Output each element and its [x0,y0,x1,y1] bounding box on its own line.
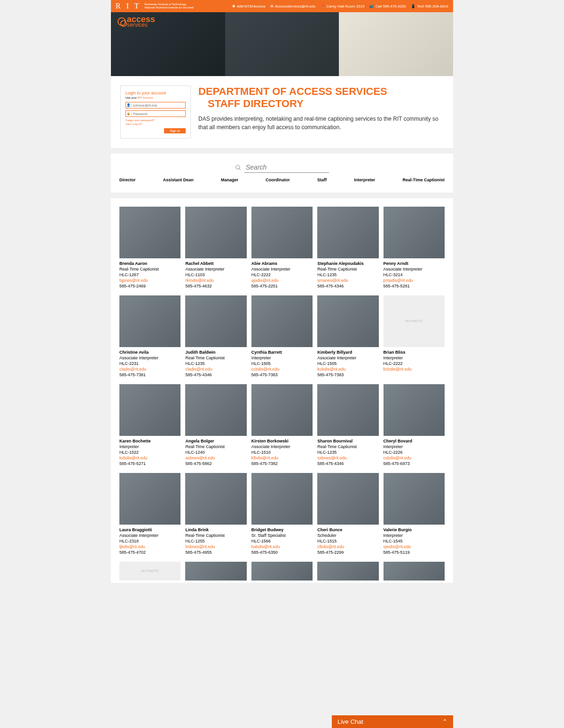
mail-icon: ✉ [270,4,274,8]
staff-photo [185,295,246,347]
staff-name: Brenda Aaron [119,261,180,266]
lock-icon: 🔒 [126,112,132,116]
staff-name: Laura Braggiotti [119,527,180,533]
staff-photo [384,562,445,581]
staff-role: Interpreter [119,444,180,449]
staff-email[interactable]: bjpnes@rit.edu [119,278,180,283]
staff-photo [251,473,313,525]
staff-room: HLC-1235 [317,449,378,455]
staff-card: Rachel AbbettAssociate InterpreterHLC-11… [185,207,246,289]
staff-room: HLC-1510 [251,449,313,455]
topbar-cam[interactable]: 📹Call 585-475-6281 [369,4,406,8]
filter-real-time-captionist[interactable]: Real-Time Captionist [403,178,445,182]
sign-in-button[interactable]: Sign In [164,128,186,133]
no-photo-placeholder: NO PHOTO [119,562,180,581]
staff-role: Interpreter [384,533,445,538]
staff-email[interactable]: klbdis@rit.edu [251,455,313,461]
staff-photo [317,384,378,436]
staff-email[interactable]: clbdis@rit.edu [317,544,378,550]
staff-card: Brenda AaronReal-Time CaptionistHLC-1267… [119,207,180,289]
staff-phone: 585-475-7383 [317,372,378,378]
staff-email[interactable]: smanes@rit.edu [317,278,378,283]
phone-icon: 📱 [411,4,415,8]
staff-phone: 585-475-2251 [251,283,313,289]
staff-role: Associate Interpreter [119,355,180,361]
topbar-pin[interactable]: 📍Carey Hall Room 1515 [321,4,365,8]
filter-assistant-dean[interactable]: Assistant Dean [163,178,194,182]
staff-name: Angela Bolger [185,438,246,444]
staff-name: Sharon Bournival [317,438,378,444]
filter-staff[interactable]: Staff [317,178,327,182]
staff-role: Real-Time Captionist [185,444,246,449]
staff-email[interactable]: vjwdis@rit.edu [384,544,445,550]
staff-room: HLC-2222 [251,272,313,278]
staff-room: HLC-1255 [185,538,246,544]
topbar-phone[interactable]: 📱Text 585-204-6816 [411,4,448,8]
staff-name: Cheri Bunce [317,527,378,533]
staff-role: Real-Time Captionist [317,266,378,272]
staff-photo [185,384,246,436]
page-description: DAS provides interpreting, notetaking an… [198,115,444,132]
no-photo-placeholder: NO PHOTO [384,295,445,347]
staff-room: HLC-2318 [119,538,180,544]
staff-phone: 585-475-4346 [317,283,378,289]
search-icon [235,164,242,171]
staff-card: Laura BraggiottiAssociate InterpreterHLC… [119,473,180,555]
staff-room: HLC-1505 [251,361,313,366]
staff-email[interactable]: babdis@rit.edu [251,544,313,550]
rit-account-link[interactable]: RIT Account [138,96,153,99]
svg-point-0 [236,165,240,169]
staff-photo [384,473,445,525]
staff-photo [119,384,180,436]
staff-email[interactable]: lmbnes@rit.edu [185,544,246,550]
staff-email[interactable]: rkmdis@rit.edu [185,278,246,283]
staff-photo [251,562,313,581]
filter-manager[interactable]: Manager [221,178,238,182]
staff-name: Kirsten Borkowski [251,438,313,444]
staff-photo [119,207,180,258]
staff-phone: 585-475-2469 [119,283,180,289]
staff-name: Cheryl Bovard [384,438,445,444]
staff-email[interactable]: csbdis@rit.edu [384,455,445,461]
login-subtitle: Use your RIT Account [125,96,186,99]
cam-icon: 📹 [369,4,374,8]
staff-email[interactable]: cladis@rit.edu [119,366,180,372]
aim-icon: ✱ [232,4,235,8]
staff-email[interactable]: cladis@rit.edu [185,366,246,372]
staff-photo [384,207,445,258]
staff-email[interactable]: ajadis@rit.edu [251,278,313,283]
staff-email[interactable]: kxbdis@rit.edu [119,455,180,461]
staff-room: HLC-1515 [317,538,378,544]
cant-login-link[interactable]: Can't Log In? [125,123,186,125]
staff-name: Penny Arndt [384,261,445,266]
search-input[interactable] [244,162,329,173]
staff-role: Interpreter [251,355,313,361]
forgot-password-link[interactable]: Forgot your password? [125,119,186,122]
filter-interpreter[interactable]: Interpreter [354,178,375,182]
staff-room: HLC-1522 [119,449,180,455]
topbar-mail[interactable]: ✉AccessServices@rit.edu [270,4,316,8]
topbar: R I T Rochester Institute of Technology … [111,0,453,12]
staff-email[interactable]: sxbnes@rit.edu [317,455,378,461]
staff-role: Interpreter [384,355,445,361]
staff-email[interactable]: kobdis@rit.edu [317,366,378,372]
staff-room: HLC-3214 [384,272,445,278]
topbar-aim[interactable]: ✱AIM:NTIDAccess [232,4,266,8]
staff-email[interactable]: pmpdis@rit.edu [384,278,445,283]
filter-coordinator[interactable]: Coordinator [266,178,290,182]
staff-photo [251,207,313,258]
staff-email[interactable]: axbnes@rit.edu [185,455,246,461]
staff-room: HLC-1267 [119,272,180,278]
staff-role: Real-Time Captionist [119,266,180,272]
staff-card: Christine AvilaAssociate InterpreterHLC-… [119,295,180,378]
staff-email[interactable]: ccbdis@rit.edu [251,366,313,372]
password-input[interactable] [132,111,185,116]
staff-email[interactable]: bcbdis@rit.edu [384,366,445,372]
filter-director[interactable]: Director [119,178,136,182]
staff-role: Associate Interpreter [317,355,378,361]
staff-phone: 585-475-5281 [384,283,445,289]
username-input[interactable] [132,102,185,108]
staff-email[interactable]: ljbdis@rit.edu [119,544,180,550]
staff-name: Stephanie Alepoudakis [317,261,378,266]
staff-name: Kimberly Billyard [317,349,378,355]
